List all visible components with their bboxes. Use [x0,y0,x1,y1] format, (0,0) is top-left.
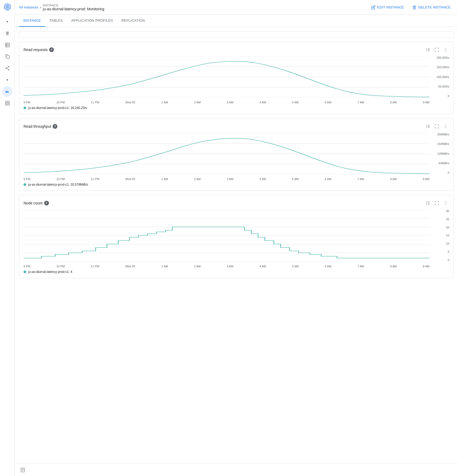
svg-rect-22 [8,104,9,105]
legend-icon [425,47,430,52]
tab-instance[interactable]: INSTANCE [19,15,45,27]
svg-point-44 [446,126,446,127]
app-logo[interactable] [3,2,12,12]
svg-point-15 [8,69,9,70]
tab-tables[interactable]: TABLES [45,15,67,27]
fullscreen-node-count[interactable] [433,200,440,207]
report-icon [20,467,25,473]
y-labels-node-count: 30 25 20 15 10 5 0 [431,210,449,262]
main-content: All instances › INSTANCE ju-as-diurnal-l… [15,0,458,476]
svg-rect-19 [5,101,7,103]
sidebar-item-tables[interactable] [2,40,13,50]
breadcrumb-title: ju-as-diurnal-latency-prod: Monitoring [43,7,104,11]
node-count-card: Node count ? [19,195,454,278]
expand-icon [434,47,439,52]
legend-label-read-throughput: ju-as-diurnal-latency-prod-c1: 20.578MiB… [28,183,88,186]
svg-point-43 [446,125,446,125]
legend-toggle-read-throughput[interactable] [424,123,431,130]
svg-point-18 [7,79,8,81]
partial-card-top [19,31,454,38]
more-options-read-throughput[interactable] [442,123,449,130]
legend-dot-node-count [24,271,26,273]
more-vertical-icon [443,47,448,52]
legend-dot-read-throughput [24,183,26,186]
svg-point-3 [7,21,8,22]
svg-rect-20 [8,101,9,103]
help-icon-read-requests[interactable]: ? [49,47,54,52]
chart-title-row-read-throughput: Read throughput ? [24,124,57,129]
svg-line-16 [6,67,8,68]
delete-instance-button[interactable]: DELETE INSTANCE [409,3,454,12]
svg-rect-8 [5,43,9,47]
more-vertical-icon-throughput [443,124,448,129]
svg-point-58 [446,203,446,203]
more-options-node-count[interactable] [442,200,449,207]
fullscreen-read-requests[interactable] [433,46,440,53]
chart-svg-read-requests [24,56,429,98]
sidebar-item-share[interactable] [2,63,13,74]
sidebar-item-dot[interactable] [2,75,13,85]
legend-node-count: ju-as-diurnal-latency-prod-c1: 4 [24,270,449,274]
sidebar-item-grid[interactable] [2,98,13,108]
sidebar-item-copy[interactable] [2,51,13,62]
legend-icon-nodecount [425,201,430,205]
edit-icon [371,5,375,10]
chart-actions-read-requests [424,46,449,53]
chart-title-node-count: Node count [24,201,43,205]
sidebar-item-monitoring[interactable] [2,86,13,97]
svg-point-31 [446,51,446,51]
header-actions: EDIT INSTANCE DELETE INSTANCE [368,3,454,12]
svg-point-13 [8,66,9,67]
help-icon-node-count[interactable]: ? [44,201,49,205]
chart-actions-node-count [424,200,449,207]
y-labels-read-throughput: 256MiB/s 192MiB/s 128MiB/s 64MiB/s 0 [431,133,449,174]
svg-rect-21 [5,104,7,105]
chart-title-row-read-requests: Read requests ? [24,47,54,52]
bottom-action-btn[interactable] [19,466,26,474]
bottom-bar [15,463,458,476]
chart-header-node-count: Node count ? [24,200,449,207]
more-vertical-icon-nodecount [443,201,448,205]
breadcrumb-current: INSTANCE ju-as-diurnal-latency-prod: Mon… [43,4,104,11]
sidebar-item-home[interactable] [2,16,13,27]
chart-title-read-requests: Read requests [24,48,48,52]
read-throughput-card: Read throughput ? [19,118,454,191]
svg-point-30 [446,49,446,50]
legend-read-throughput: ju-as-diurnal-latency-prod-c1: 20.578MiB… [24,183,449,186]
legend-label-node-count: ju-as-diurnal-latency-prod-c1: 4 [28,270,72,274]
legend-dot-read-requests [24,107,26,109]
legend-label-read-requests: ju-as-diurnal-latency-prod-c1: 16,240.23… [28,106,87,110]
more-options-read-requests[interactable] [442,46,449,53]
x-labels-read-throughput: 9 PM 10 PM 11 PM Wed 05 1 AM 2 AM 3 AM 4… [24,177,429,181]
svg-point-45 [446,127,446,128]
svg-point-59 [446,204,446,205]
svg-point-14 [6,68,6,68]
sidebar [0,0,15,476]
help-icon-read-throughput[interactable]: ? [53,124,57,129]
y-labels-read-requests: 200,000/s 150,000/s 100,000/s 50,000/s 0 [431,56,449,98]
legend-toggle-read-requests[interactable] [424,46,431,53]
chart-svg-read-throughput [24,133,429,174]
chart-header-read-throughput: Read throughput ? [24,123,449,130]
scroll-area: Read requests ? [15,27,458,463]
legend-icon-throughput [425,124,430,129]
sidebar-item-documents[interactable] [2,28,13,39]
svg-rect-12 [6,56,9,59]
header: All instances › INSTANCE ju-as-diurnal-l… [15,0,458,15]
expand-icon-nodecount [434,201,439,205]
fullscreen-read-throughput[interactable] [433,123,440,130]
chart-title-row-node-count: Node count ? [24,201,49,205]
tabs-bar: INSTANCE TABLES APPLICATION PROFILES REP… [15,15,458,27]
breadcrumb-link[interactable]: All instances [19,5,38,9]
legend-read-requests: ju-as-diurnal-latency-prod-c1: 16,240.23… [24,106,449,110]
x-labels-node-count: 9 PM 10 PM 11 PM Wed 05 1 AM 2 AM 3 AM 4… [24,265,429,268]
edit-instance-button[interactable]: EDIT INSTANCE [368,3,407,12]
chart-area-node-count: 30 25 20 15 10 5 0 9 PM 10 PM 11 PM Wed … [24,210,449,268]
chart-area-read-requests: 200,000/s 150,000/s 100,000/s 50,000/s 0… [24,56,449,104]
legend-toggle-node-count[interactable] [424,200,431,207]
delete-icon [412,5,416,10]
svg-point-29 [446,48,446,49]
tab-replication[interactable]: REPLICATION [117,15,149,27]
tab-application-profiles[interactable]: APPLICATION PROFILES [67,15,117,27]
expand-icon-throughput [434,124,439,129]
